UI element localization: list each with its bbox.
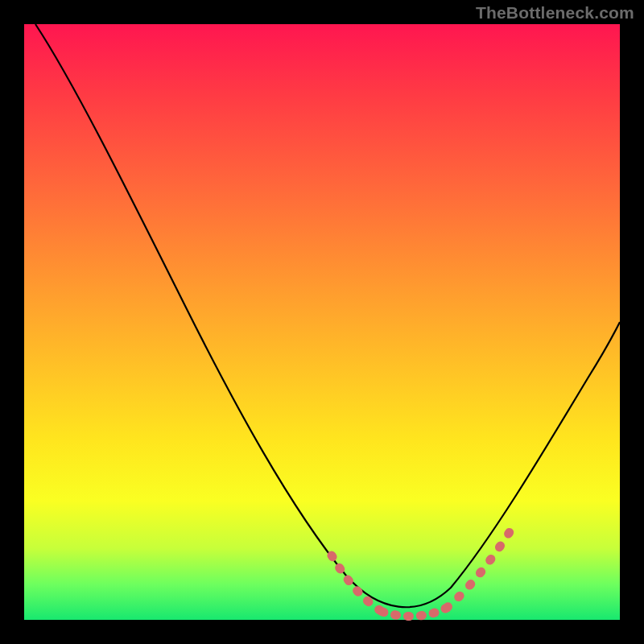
bottleneck-curve xyxy=(24,24,620,620)
highlight-dots-right xyxy=(447,523,515,608)
curve-path xyxy=(35,24,620,607)
highlight-dots-left xyxy=(332,555,382,612)
highlight-dots-floor xyxy=(382,608,447,616)
plot-area xyxy=(24,24,620,620)
watermark-text: TheBottleneck.com xyxy=(476,3,634,23)
chart-frame: TheBottleneck.com xyxy=(0,0,644,644)
